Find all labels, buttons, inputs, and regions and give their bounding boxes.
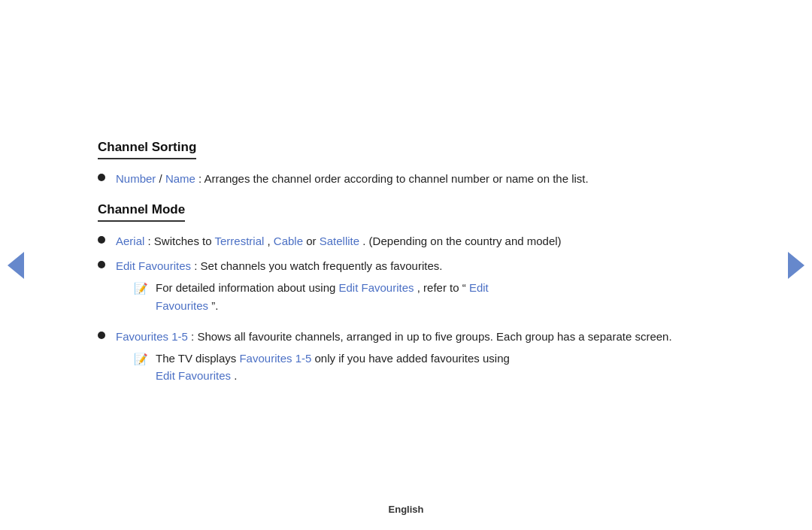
channel-mode-section: Channel Mode Aerial : Switches to Terres… — [98, 202, 714, 391]
list-item: Favourites 1-5 : Shows all favourite cha… — [98, 328, 714, 391]
aerial-comma1: , — [268, 235, 274, 247]
aerial-desc2: . (Depending on the country and model) — [362, 235, 561, 247]
note-edit-fav-link1: Edit Favourites — [338, 281, 414, 294]
channel-sorting-title: Channel Sorting — [98, 140, 196, 159]
channel-sorting-section: Channel Sorting Number / Name : Arranges… — [98, 140, 714, 187]
number-link: Number — [116, 172, 156, 185]
edit-fav-desc: : Set channels you watch frequently as f… — [194, 259, 442, 272]
note-end-quote: ”. — [211, 299, 218, 312]
edit-favourites-link: Edit Favourites — [116, 259, 191, 272]
content-area: Channel Sorting Number / Name : Arranges… — [83, 117, 729, 413]
channel-mode-list: Aerial : Switches to Terrestrial , Cable… — [98, 232, 714, 391]
edit-fav-text: Edit Favourites : Set channels you watch… — [116, 257, 714, 320]
bullet-icon — [98, 174, 105, 181]
fav-1-5-desc: : Shows all favourite channels, arranged… — [191, 330, 672, 343]
note-before: For detailed information about using — [156, 281, 338, 294]
bullet-icon — [98, 261, 105, 268]
language-label: English — [389, 504, 424, 515]
note2-after: only if you have added favourites using — [315, 352, 510, 365]
cable-link: Cable — [274, 235, 303, 247]
note2-period: . — [234, 369, 237, 382]
note-icon-2: 📝 — [134, 350, 148, 368]
satellite-link: Satellite — [320, 235, 359, 247]
note2-fav-link: Favourites 1-5 — [239, 352, 311, 365]
terrestrial-link: Terrestrial — [214, 235, 264, 247]
note-block-edit-fav: 📝 For detailed information about using E… — [134, 279, 714, 314]
channel-sorting-item-text: Number / Name : Arranges the channel ord… — [116, 170, 714, 187]
nav-arrow-left[interactable] — [8, 252, 24, 279]
note-refer: , refer to “ — [417, 281, 466, 294]
aerial-text: Aerial : Switches to Terrestrial , Cable… — [116, 232, 714, 250]
note2-before: The TV displays — [156, 352, 239, 365]
aerial-link: Aerial — [116, 235, 144, 247]
channel-mode-title: Channel Mode — [98, 202, 185, 222]
separator: / — [159, 172, 165, 185]
note-icon: 📝 — [134, 280, 148, 297]
list-item: Number / Name : Arranges the channel ord… — [98, 170, 714, 187]
list-item: Aerial : Switches to Terrestrial , Cable… — [98, 232, 714, 250]
nav-arrow-right[interactable] — [788, 252, 804, 279]
number-name-desc: : Arranges the channel order according t… — [198, 172, 589, 185]
footer-language: English — [0, 504, 812, 515]
note-text-edit-fav: For detailed information about using Edi… — [156, 279, 714, 314]
note-text-fav-1-5: The TV displays Favourites 1-5 only if y… — [156, 350, 714, 385]
aerial-desc1: : Switches to — [148, 235, 215, 247]
bullet-icon — [98, 236, 105, 244]
page-container: Channel Sorting Number / Name : Arranges… — [0, 0, 812, 530]
channel-sorting-list: Number / Name : Arranges the channel ord… — [98, 170, 714, 187]
fav-1-5-text: Favourites 1-5 : Shows all favourite cha… — [116, 328, 714, 391]
note2-edit-fav-link: Edit Favourites — [156, 369, 231, 382]
note-block-fav-1-5: 📝 The TV displays Favourites 1-5 only if… — [134, 350, 714, 385]
fav-1-5-link: Favourites 1-5 — [116, 330, 188, 343]
list-item: Edit Favourites : Set channels you watch… — [98, 257, 714, 320]
aerial-or: or — [306, 235, 320, 247]
name-link: Name — [165, 172, 195, 185]
bullet-icon — [98, 332, 105, 339]
